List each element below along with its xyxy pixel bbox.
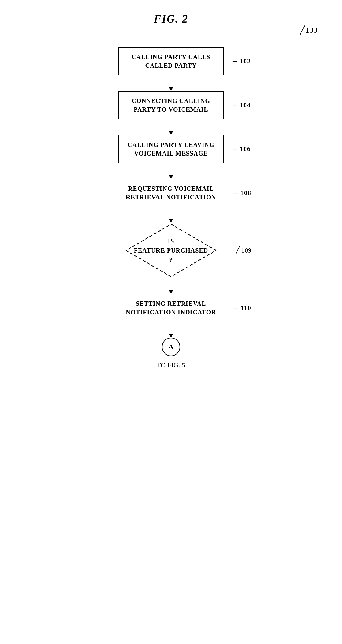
ref-106: 106	[233, 144, 251, 154]
box-106-line2: VOICEMAIL MESSAGE	[134, 150, 208, 157]
diamond-container-109: IS FEATURE PURCHASED ? ╱ 109	[125, 223, 217, 278]
box-102-line1: CALLING PARTY CALLS	[132, 53, 211, 60]
flow-row-106: CALLING PARTY LEAVING VOICEMAIL MESSAGE …	[19, 135, 323, 163]
box-110-line2: NOTIFICATION INDICATOR	[126, 309, 216, 316]
ref-109: ╱ 109	[236, 246, 252, 254]
arrow-head	[169, 334, 173, 338]
box-108-line2: RETRIEVAL NOTIFICATION	[126, 194, 216, 201]
box-104: CONNECTING CALLING PARTY TO VOICEMAIL 10…	[118, 91, 224, 119]
diamond-line1: IS	[168, 238, 174, 245]
arrow-1	[169, 75, 173, 91]
arrow-line	[171, 119, 171, 131]
box-104-line1: CONNECTING CALLING	[132, 97, 210, 104]
ref-102: 102	[233, 57, 251, 66]
arrow-line	[171, 207, 171, 219]
box-108: REQUESTING VOICEMAIL RETRIEVAL NOTIFICAT…	[118, 179, 224, 207]
circle-a-label: A	[168, 343, 173, 351]
ref-108: 108	[233, 188, 251, 198]
circle-a: A	[162, 338, 180, 356]
flow-row-circle-a: A	[19, 338, 323, 356]
diamond-109: IS FEATURE PURCHASED ?	[125, 223, 217, 278]
ref-number: 100	[305, 26, 317, 35]
arrow-3	[169, 163, 173, 179]
arrow-head	[169, 87, 173, 91]
arrow-head	[169, 219, 173, 223]
page: FIG. 2 ╱100 CALLING PARTY CALLS CALLED P…	[0, 0, 342, 644]
arrow-line	[171, 278, 171, 290]
to-fig-label: TO FIG. 5	[157, 361, 185, 369]
ref-110: 110	[233, 303, 251, 313]
ref-104: 104	[233, 100, 251, 110]
arrow-head	[169, 131, 173, 135]
arrow-line	[171, 322, 171, 334]
box-110-line1: SETTING RETRIEVAL	[136, 300, 206, 307]
flow-row-109: IS FEATURE PURCHASED ? ╱ 109	[19, 223, 323, 278]
box-108-line1: REQUESTING VOICEMAIL	[128, 185, 214, 192]
flow-row-110: SETTING RETRIEVAL NOTIFICATION INDICATOR…	[19, 294, 323, 322]
box-106-line1: CALLING PARTY LEAVING	[127, 141, 214, 148]
box-104-line2: PARTY TO VOICEMAIL	[134, 106, 208, 113]
arrow-5-dashed	[169, 278, 173, 294]
box-102: CALLING PARTY CALLS CALLED PARTY 102	[118, 47, 224, 75]
arrow-6	[169, 322, 173, 338]
box-106: CALLING PARTY LEAVING VOICEMAIL MESSAGE …	[118, 135, 224, 163]
figure-title: FIG. 2	[19, 12, 323, 25]
arrow-head	[169, 175, 173, 179]
diagram-reference: ╱100	[300, 25, 317, 35]
flowchart: CALLING PARTY CALLS CALLED PARTY 102 CON…	[19, 44, 323, 369]
arrow-4-dashed	[169, 207, 173, 223]
arrow-head	[169, 290, 173, 294]
flow-row-108: REQUESTING VOICEMAIL RETRIEVAL NOTIFICAT…	[19, 179, 323, 207]
diamond-line2: FEATURE PURCHASED	[134, 247, 208, 254]
arrow-line	[171, 163, 171, 175]
flow-row-104: CONNECTING CALLING PARTY TO VOICEMAIL 10…	[19, 91, 323, 119]
diamond-109-text: IS FEATURE PURCHASED ?	[134, 237, 208, 264]
diamond-line3: ?	[169, 256, 173, 263]
box-110: SETTING RETRIEVAL NOTIFICATION INDICATOR…	[118, 294, 224, 322]
box-102-line2: CALLED PARTY	[145, 62, 197, 69]
arrow-2	[169, 119, 173, 135]
flow-row-102: CALLING PARTY CALLS CALLED PARTY 102	[19, 47, 323, 75]
arrow-line	[171, 75, 171, 87]
